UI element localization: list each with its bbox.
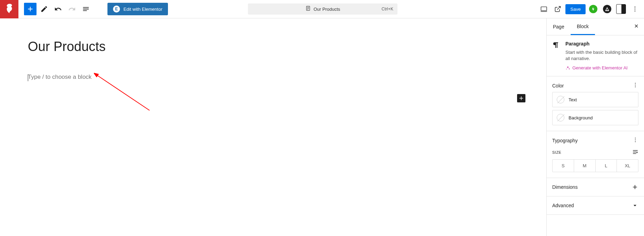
view-desktop-icon[interactable] bbox=[538, 3, 550, 15]
svg-point-7 bbox=[635, 7, 636, 8]
svg-point-17 bbox=[635, 140, 636, 140]
background-color-swatch bbox=[557, 114, 564, 121]
size-m[interactable]: M bbox=[574, 160, 596, 172]
chevron-down-icon bbox=[631, 202, 638, 209]
svg-point-8 bbox=[635, 9, 636, 10]
page-icon bbox=[305, 6, 311, 12]
add-block-button[interactable] bbox=[24, 3, 37, 15]
text-color-swatch bbox=[557, 96, 564, 103]
block-placeholder[interactable]: Type / to choose a block bbox=[28, 74, 518, 81]
editor-canvas[interactable]: Our Products Type / to choose a block bbox=[0, 18, 546, 236]
size-l[interactable]: L bbox=[596, 160, 617, 172]
block-type-name: Paragraph bbox=[565, 41, 638, 47]
outline-icon[interactable] bbox=[80, 3, 92, 15]
document-title: Our Products bbox=[314, 7, 340, 12]
font-size-options: S M L XL bbox=[552, 159, 638, 172]
color-options-icon[interactable] bbox=[632, 82, 638, 89]
insert-block-button[interactable] bbox=[517, 94, 525, 102]
typography-options-icon[interactable] bbox=[632, 137, 638, 144]
size-xl[interactable]: XL bbox=[617, 160, 638, 172]
tab-block[interactable]: Block bbox=[571, 19, 595, 35]
save-button[interactable]: Save bbox=[565, 4, 586, 14]
dimensions-section[interactable]: Dimensions bbox=[547, 178, 644, 196]
typography-heading: Typography bbox=[552, 138, 578, 143]
svg-point-18 bbox=[635, 142, 636, 142]
plus-icon bbox=[631, 184, 638, 191]
background-color-button[interactable]: Background bbox=[552, 110, 638, 125]
size-s[interactable]: S bbox=[553, 160, 574, 172]
site-logo[interactable] bbox=[0, 0, 18, 18]
svg-point-15 bbox=[635, 87, 636, 87]
svg-line-6 bbox=[557, 7, 561, 10]
settings-panel-toggle[interactable] bbox=[615, 3, 627, 15]
block-type-desc: Start with the basic building block of a… bbox=[565, 49, 638, 62]
shortcut-hint: Ctrl+K bbox=[381, 7, 393, 11]
svg-point-13 bbox=[635, 83, 636, 84]
size-label: SIZE bbox=[552, 150, 561, 154]
svg-point-14 bbox=[635, 85, 636, 85]
generate-ai-link[interactable]: Generate with Elementor AI bbox=[565, 65, 638, 70]
size-settings-icon[interactable] bbox=[632, 149, 638, 156]
options-icon[interactable] bbox=[629, 3, 641, 15]
advanced-section[interactable]: Advanced bbox=[547, 196, 644, 215]
tab-page[interactable]: Page bbox=[547, 19, 571, 34]
document-title-bar[interactable]: Our Products Ctrl+K bbox=[248, 3, 397, 15]
svg-point-16 bbox=[635, 138, 636, 138]
svg-rect-4 bbox=[541, 7, 547, 11]
elementor-label: Edit with Elementor bbox=[123, 7, 162, 12]
astra-icon[interactable] bbox=[601, 3, 613, 15]
jetpack-icon[interactable] bbox=[587, 3, 599, 15]
undo-icon[interactable] bbox=[52, 3, 64, 15]
close-sidebar-icon[interactable] bbox=[629, 18, 644, 35]
edit-elementor-button[interactable]: E Edit with Elementor bbox=[107, 3, 168, 15]
edit-tool-icon[interactable] bbox=[38, 3, 50, 15]
color-heading: Color bbox=[552, 83, 564, 88]
elementor-icon: E bbox=[113, 6, 120, 12]
redo-icon bbox=[66, 3, 78, 15]
svg-point-9 bbox=[635, 11, 636, 12]
text-color-button[interactable]: Text bbox=[552, 92, 638, 107]
settings-sidebar: Page Block Paragraph Start with the basi… bbox=[546, 18, 644, 236]
page-title[interactable]: Our Products bbox=[28, 39, 518, 54]
external-link-icon[interactable] bbox=[552, 3, 564, 15]
paragraph-icon bbox=[552, 41, 561, 49]
